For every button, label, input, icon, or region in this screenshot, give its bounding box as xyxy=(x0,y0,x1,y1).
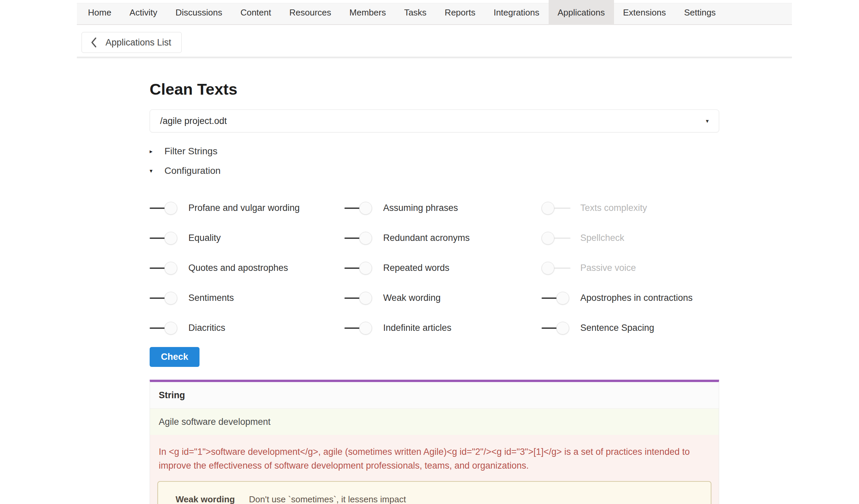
toggle-track xyxy=(150,208,166,209)
toggle-knob[interactable] xyxy=(359,322,372,335)
toggle-knob[interactable] xyxy=(164,322,177,335)
toggle-switch-profane-and-vulgar-wording[interactable] xyxy=(150,201,179,215)
toggle-label-apostrophes-in-contractions: Apostrophes in contractions xyxy=(580,293,693,303)
toggle-switch-repeated-words[interactable] xyxy=(344,261,373,275)
page-title: Clean Texts xyxy=(150,80,719,98)
toggle-row-repeated-words: Repeated words xyxy=(344,261,542,275)
toggle-switch-equality[interactable] xyxy=(150,231,179,245)
nav-item-discussions[interactable]: Discussions xyxy=(166,0,231,25)
configuration-toggle-grid: Profane and vulgar wordingAssuming phras… xyxy=(150,193,719,343)
toggle-switch-texts-complexity[interactable] xyxy=(542,201,571,215)
toggle-row-spellcheck: Spellcheck xyxy=(542,231,719,245)
nav-item-applications[interactable]: Applications xyxy=(548,0,614,25)
toggle-knob[interactable] xyxy=(542,202,554,215)
nav-item-content[interactable]: Content xyxy=(231,0,280,25)
toggle-track xyxy=(553,208,571,209)
toggle-knob[interactable] xyxy=(164,232,177,245)
toggle-track xyxy=(542,297,558,299)
toggle-knob[interactable] xyxy=(542,262,554,275)
toggle-switch-assuming-phrases[interactable] xyxy=(344,201,373,215)
toggle-switch-diacritics[interactable] xyxy=(150,321,179,335)
toggle-knob[interactable] xyxy=(164,292,177,305)
file-select-dropdown[interactable]: /agile project.odt ▾ xyxy=(150,109,719,133)
toggle-track xyxy=(344,238,361,239)
toggle-knob[interactable] xyxy=(359,262,372,275)
toggle-knob[interactable] xyxy=(542,232,554,245)
issue-type-label: Weak wording xyxy=(176,494,235,504)
nav-item-members[interactable]: Members xyxy=(341,0,395,25)
triangle-down-icon: ▾ xyxy=(150,167,156,174)
string-title-row[interactable]: Agile software development xyxy=(150,409,719,435)
toggle-track xyxy=(344,208,361,209)
page-container: HomeActivityDiscussionsContentResourcesM… xyxy=(77,0,792,504)
toggle-row-weak-wording: Weak wording xyxy=(344,291,542,305)
configuration-label: Configuration xyxy=(164,165,221,176)
toggle-switch-apostrophes-in-contractions[interactable] xyxy=(542,291,571,305)
back-button-label: Applications List xyxy=(105,37,171,48)
toggle-label-diacritics: Diacritics xyxy=(189,323,225,333)
toggle-switch-sentiments[interactable] xyxy=(150,291,179,305)
toggle-switch-spellcheck[interactable] xyxy=(542,231,571,245)
toggle-row-sentiments: Sentiments xyxy=(150,291,344,305)
toggle-knob[interactable] xyxy=(359,232,372,245)
toggle-row-quotes-and-apostrophes: Quotes and apostrophes xyxy=(150,261,344,275)
toggle-knob[interactable] xyxy=(164,262,177,275)
toggle-row-passive-voice: Passive voice xyxy=(542,261,719,275)
nav-item-integrations[interactable]: Integrations xyxy=(485,0,548,25)
nav-items: HomeActivityDiscussionsContentResourcesM… xyxy=(77,0,792,25)
nav-item-resources[interactable]: Resources xyxy=(281,0,341,25)
toggle-label-redundant-acronyms: Redundant acronyms xyxy=(383,233,470,243)
filter-strings-expander[interactable]: ▸ Filter Strings xyxy=(150,146,719,157)
toggle-label-passive-voice: Passive voice xyxy=(580,263,636,273)
nav-item-tasks[interactable]: Tasks xyxy=(395,0,435,25)
toggle-label-assuming-phrases: Assuming phrases xyxy=(383,203,458,213)
string-detail-section: In <g id="1">software development</g>, a… xyxy=(150,435,719,504)
nav-item-home[interactable]: Home xyxy=(79,0,120,25)
toggle-knob[interactable] xyxy=(359,292,372,305)
toggle-track xyxy=(553,238,571,239)
toggle-track xyxy=(150,327,166,329)
toggle-row-apostrophes-in-contractions: Apostrophes in contractions xyxy=(542,291,719,305)
applications-list-back-button[interactable]: Applications List xyxy=(81,32,182,53)
filter-strings-label: Filter Strings xyxy=(164,146,217,157)
main-content: Clean Texts /agile project.odt ▾ ▸ Filte… xyxy=(77,80,719,504)
nav-item-activity[interactable]: Activity xyxy=(120,0,166,25)
toggle-switch-weak-wording[interactable] xyxy=(344,291,373,305)
results-panel: String Agile software development In <g … xyxy=(150,380,719,504)
string-error-text: In <g id="1">software development</g>, a… xyxy=(157,443,707,473)
toggle-knob[interactable] xyxy=(164,202,177,215)
issue-message: Don't use `sometimes`, it lessens impact xyxy=(249,494,406,504)
toggle-label-texts-complexity: Texts complexity xyxy=(580,203,647,213)
toggle-row-texts-complexity: Texts complexity xyxy=(542,201,719,215)
toggle-track xyxy=(542,327,558,329)
toggle-switch-quotes-and-apostrophes[interactable] xyxy=(150,261,179,275)
results-header: String xyxy=(150,382,719,409)
nav-item-extensions[interactable]: Extensions xyxy=(614,0,675,25)
toggle-track xyxy=(344,297,361,299)
configuration-expander[interactable]: ▾ Configuration xyxy=(150,165,719,176)
toggle-switch-indefinite-articles[interactable] xyxy=(344,321,373,335)
toggle-track xyxy=(150,268,166,269)
toggle-label-profane-and-vulgar-wording: Profane and vulgar wording xyxy=(189,203,300,213)
toggle-switch-redundant-acronyms[interactable] xyxy=(344,231,373,245)
toggle-knob[interactable] xyxy=(556,322,569,335)
check-button[interactable]: Check xyxy=(150,347,199,367)
horizontal-divider xyxy=(77,57,792,58)
toggle-row-redundant-acronyms: Redundant acronyms xyxy=(344,231,542,245)
toggle-knob[interactable] xyxy=(556,292,569,305)
toggle-row-diacritics: Diacritics xyxy=(150,321,344,335)
toggle-label-spellcheck: Spellcheck xyxy=(580,233,624,243)
toggle-label-sentence-spacing: Sentence Spacing xyxy=(580,323,654,333)
nav-item-reports[interactable]: Reports xyxy=(436,0,485,25)
toggle-switch-passive-voice[interactable] xyxy=(542,261,571,275)
toggle-track xyxy=(553,268,571,269)
toggle-label-sentiments: Sentiments xyxy=(189,293,234,303)
toggle-track xyxy=(344,268,361,269)
toggle-track xyxy=(344,327,361,329)
toggle-knob[interactable] xyxy=(359,202,372,215)
toggle-label-equality: Equality xyxy=(189,233,221,243)
back-row: Applications List xyxy=(77,25,792,53)
toggle-switch-sentence-spacing[interactable] xyxy=(542,321,571,335)
file-select-value: /agile project.odt xyxy=(160,116,227,126)
nav-item-settings[interactable]: Settings xyxy=(675,0,725,25)
